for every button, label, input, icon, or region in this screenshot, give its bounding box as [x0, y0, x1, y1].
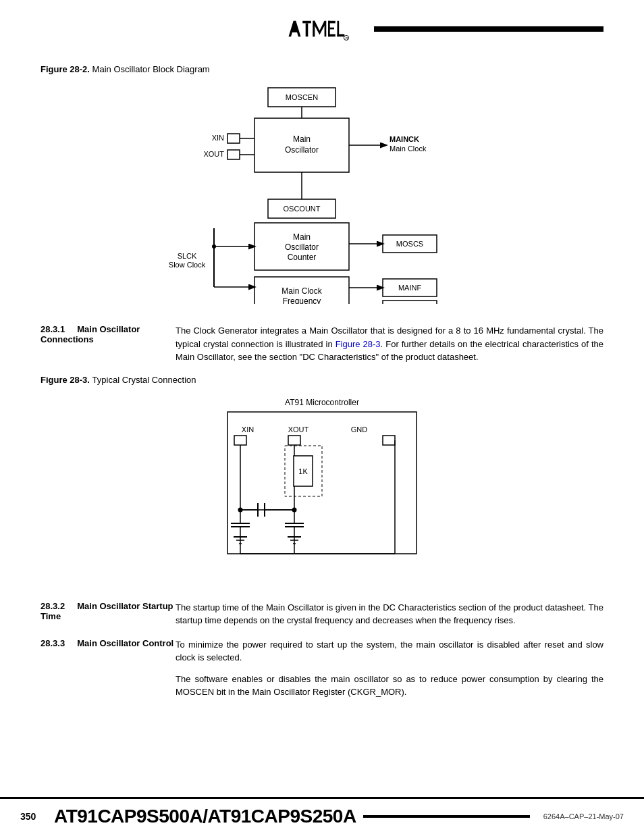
svg-text:Main: Main [293, 232, 311, 242]
section-28-3-2-heading: 28.3.2 Main Oscillator Startup Time [41, 601, 176, 627]
svg-text:MOSCS: MOSCS [396, 240, 423, 248]
figure2-caption: Figure 28-2. Main Oscillator Block Diagr… [41, 64, 603, 74]
svg-rect-52 [383, 301, 437, 304]
svg-rect-8 [328, 28, 334, 30]
section-28-3-1-heading: 28.3.1 Main Oscillator Connections [41, 324, 176, 364]
page-header: R [41, 14, 603, 44]
section-28-3-3-content: To minimize the power required to start … [176, 638, 603, 699]
section-28-3-1-content: The Clock Generator integrates a Main Os… [176, 324, 603, 364]
svg-text:Frequency: Frequency [283, 296, 321, 304]
section-28-3-3-number: 28.3.3 [41, 638, 65, 648]
section-28-3-3: 28.3.3 Main Oscillator Control To minimi… [41, 638, 603, 699]
svg-rect-11 [338, 34, 345, 37]
section-28-3-2-text: The startup time of the Main Oscillator … [176, 601, 603, 627]
svg-text:Main: Main [293, 134, 311, 144]
svg-text:XIN: XIN [242, 425, 254, 434]
svg-text:Oscillator: Oscillator [285, 242, 319, 252]
section-28-3-2-content: The startup time of the Main Oscillator … [176, 601, 603, 627]
footer-line [363, 815, 530, 818]
svg-rect-7 [328, 21, 336, 24]
svg-rect-58 [234, 436, 246, 445]
svg-text:XOUT: XOUT [203, 150, 224, 158]
section-28-3-3-heading: 28.3.3 Main Oscillator Control [41, 638, 176, 699]
svg-rect-60 [288, 436, 300, 445]
figure3-title: Typical Crystal Connection [92, 375, 196, 385]
svg-text:1K: 1K [298, 467, 308, 475]
figure3-caption: Figure 28-3. Typical Crystal Connection [41, 375, 603, 385]
header-line [374, 26, 603, 32]
figure2-label: Figure 28-2. [41, 64, 90, 74]
svg-rect-21 [227, 134, 240, 143]
svg-rect-55 [227, 412, 417, 554]
svg-text:Oscillator: Oscillator [285, 145, 319, 155]
crystal-diagram-container: AT91 Microcontroller XIN XOUT GND 1K [41, 392, 603, 581]
svg-rect-1 [293, 29, 298, 31]
atmel-logo-svg: R [281, 14, 363, 44]
svg-text:XIN: XIN [212, 134, 224, 142]
section-28-3-3-text1: To minimize the power required to start … [176, 638, 603, 664]
figure28-3-link[interactable]: Figure 28-3 [336, 339, 381, 349]
svg-rect-9 [328, 34, 336, 37]
main-oscillator-diagram: MOSCEN Main Oscillator XIN XOUT MAINCK [41, 81, 603, 304]
section-28-3-3-text2: The software enables or disables the mai… [176, 673, 603, 699]
svg-text:Counter: Counter [288, 253, 317, 262]
figure3-label: Figure 28-3. [41, 375, 90, 385]
svg-text:Main Clock: Main Clock [281, 286, 322, 296]
svg-text:R: R [346, 36, 348, 41]
svg-text:MAINCK: MAINCK [390, 135, 419, 143]
svg-text:GND: GND [351, 425, 368, 434]
logo: R [281, 14, 363, 44]
svg-rect-62 [383, 436, 395, 445]
svg-text:Main Clock: Main Clock [390, 145, 427, 153]
section-28-3-3-title: Main Oscillator Control [77, 638, 173, 648]
section-28-3-2: 28.3.2 Main Oscillator Startup Time The … [41, 601, 603, 627]
svg-marker-5 [313, 21, 327, 36]
svg-text:MAINF: MAINF [398, 284, 422, 292]
page: R Figure 28-2. Main Oscillator Block Dia… [0, 0, 644, 834]
section-28-3-1-text: The Clock Generator integrates a Main Os… [176, 324, 603, 364]
svg-rect-24 [227, 150, 240, 159]
svg-text:AT91 Microcontroller: AT91 Microcontroller [285, 398, 359, 407]
footer-doc-number: 6264A–CAP–21-May-07 [543, 812, 624, 820]
block-diagram-svg: MOSCEN Main Oscillator XIN XOUT MAINCK [119, 81, 525, 304]
footer-product-title: AT91CAP9S500A/AT91CAP9S250A [54, 806, 356, 827]
svg-text:OSCOUNT: OSCOUNT [284, 205, 321, 213]
svg-text:XOUT: XOUT [288, 425, 309, 434]
svg-marker-0 [289, 21, 301, 36]
svg-rect-2 [302, 21, 311, 24]
svg-rect-3 [306, 23, 308, 36]
svg-text:Slow Clock: Slow Clock [169, 261, 206, 269]
svg-text:MOSCEN: MOSCEN [286, 93, 318, 101]
crystal-diagram-svg: AT91 Microcontroller XIN XOUT GND 1K [194, 392, 450, 581]
section-28-3-2-number: 28.3.2 [41, 601, 65, 611]
section-28-3-1-number: 28.3.1 [41, 324, 65, 334]
page-footer: 350 AT91CAP9S500A/AT91CAP9S250A 6264A–CA… [0, 797, 644, 834]
figure2-title: Main Oscillator Block Diagram [92, 64, 210, 74]
footer-page-number: 350 [20, 811, 54, 822]
svg-text:SLCK: SLCK [178, 252, 197, 260]
section-28-3-1: 28.3.1 Main Oscillator Connections The C… [41, 324, 603, 364]
